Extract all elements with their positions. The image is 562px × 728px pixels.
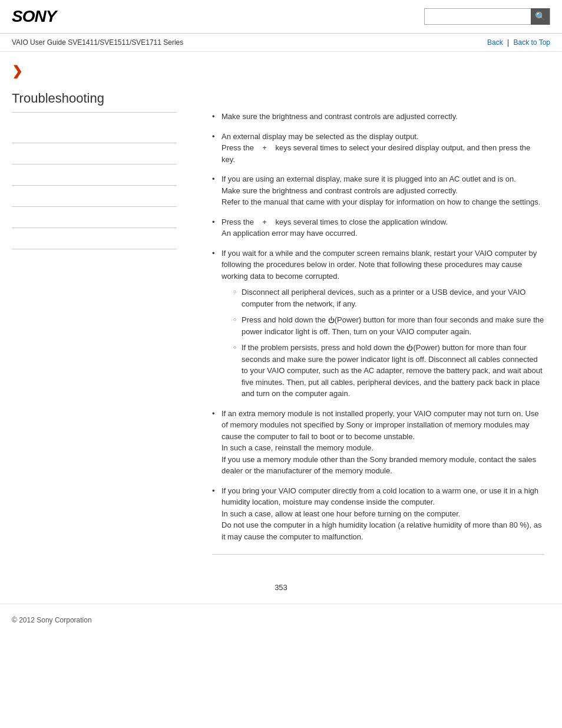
sidebar-link[interactable] (12, 150, 14, 158)
sub-bullet-text: Press and hold down the ⏻(Power) button … (242, 315, 544, 336)
sidebar-link[interactable] (12, 171, 14, 179)
bullet-text: Press the + keys several times to close … (222, 218, 448, 238)
bullet-text: Make sure the brightness and contrast co… (222, 112, 458, 121)
sidebar-link-item[interactable] (12, 228, 177, 249)
bullet-text: An external display may be selected as t… (222, 132, 543, 164)
sony-logo: SONY (12, 7, 56, 26)
sidebar: ❯ Troubleshooting (0, 52, 189, 577)
sub-list-item: Disconnect all peripheral devices, such … (233, 286, 544, 309)
list-item: If you are using an external display, ma… (212, 173, 544, 208)
back-link[interactable]: Back (487, 38, 503, 47)
sidebar-link-item[interactable] (12, 143, 177, 164)
nav-links: Back | Back to Top (487, 38, 550, 47)
nav-bar: VAIO User Guide SVE1411/SVE1511/SVE1711 … (0, 34, 562, 52)
sidebar-title: Troubleshooting (12, 91, 177, 113)
sub-list-item: If the problem persists, press and hold … (233, 342, 544, 400)
nav-separator: | (507, 38, 509, 47)
list-item: If you wait for a while and the computer… (212, 248, 544, 400)
bullet-text: If you wait for a while and the computer… (222, 249, 537, 281)
sub-list-item: Press and hold down the ⏻(Power) button … (233, 314, 544, 337)
list-item: Press the + keys several times to close … (212, 216, 544, 239)
bullet-text: If an extra memory module is not install… (222, 409, 539, 476)
main-content: ❯ Troubleshooting Make sure the brightne… (0, 52, 562, 577)
sidebar-link-item[interactable] (12, 207, 177, 228)
sub-list: Disconnect all peripheral devices, such … (222, 286, 544, 400)
sidebar-arrow: ❯ (12, 64, 177, 79)
back-to-top-link[interactable]: Back to Top (514, 38, 550, 47)
sidebar-link-item[interactable] (12, 164, 177, 186)
guide-title: VAIO User Guide SVE1411/SVE1511/SVE1711 … (12, 38, 183, 47)
list-item: Make sure the brightness and contrast co… (212, 111, 544, 123)
list-item: If you bring your VAIO computer directly… (212, 485, 544, 543)
page-number: 353 (0, 577, 562, 604)
content-list: Make sure the brightness and contrast co… (212, 111, 544, 542)
list-item: An external display may be selected as t… (212, 131, 544, 166)
search-input[interactable] (425, 9, 531, 24)
bullet-text: If you are using an external display, ma… (222, 174, 540, 206)
sidebar-link[interactable] (12, 235, 14, 243)
sidebar-links (12, 122, 177, 249)
bullet-text: If you bring your VAIO computer directly… (222, 486, 541, 541)
search-box[interactable]: 🔍 (424, 8, 550, 25)
sub-bullet-text: Disconnect all peripheral devices, such … (242, 288, 525, 308)
sidebar-link[interactable] (12, 192, 14, 200)
header: SONY 🔍 (0, 0, 562, 34)
power-icon: ⏻ (328, 317, 335, 324)
content-area: Make sure the brightness and contrast co… (189, 52, 562, 577)
list-item: If an extra memory module is not install… (212, 408, 544, 477)
sub-bullet-text: If the problem persists, press and hold … (242, 343, 543, 398)
footer: © 2012 Sony Corporation (0, 604, 562, 630)
copyright-text: © 2012 Sony Corporation (12, 616, 92, 624)
sidebar-link-item[interactable] (12, 186, 177, 207)
power-icon: ⏻ (406, 344, 413, 351)
search-button[interactable]: 🔍 (531, 8, 550, 25)
content-bottom-border (212, 554, 544, 559)
sidebar-link[interactable] (12, 129, 14, 137)
sidebar-link-item[interactable] (12, 122, 177, 143)
sidebar-link[interactable] (12, 213, 14, 222)
